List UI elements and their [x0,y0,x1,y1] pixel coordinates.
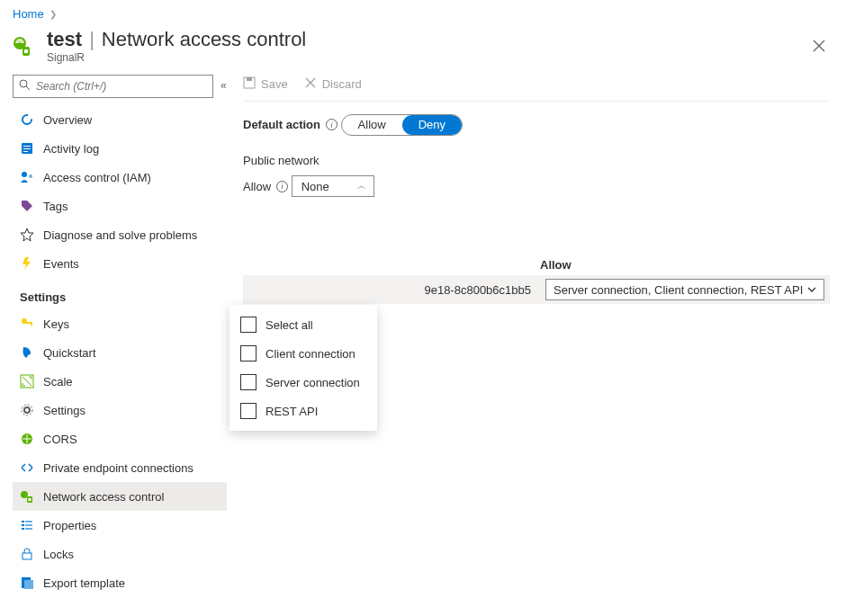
sidebar-item-private-endpoint[interactable]: Private endpoint connections [13,453,227,482]
sidebar-item-locks[interactable]: Locks [13,540,227,568]
default-action-text: Default action [243,118,320,131]
info-icon[interactable]: i [326,119,338,130]
scale-icon [20,374,34,388]
svg-rect-27 [25,528,32,530]
allow-dropdown-value: None [302,180,329,193]
svg-rect-30 [24,580,33,589]
allow-option-label: Select all [266,318,313,332]
allow-option-server-connection[interactable]: Server connection [230,368,377,397]
default-action-toggle[interactable]: Allow Deny [341,114,463,136]
sidebar-item-export-template[interactable]: Export template [13,568,227,597]
svg-rect-24 [22,524,24,526]
public-network-heading: Public network [243,154,830,167]
gear-icon [20,403,34,417]
default-action-label: Default action i [243,118,338,131]
discard-icon [304,76,317,92]
collapse-sidebar-icon[interactable]: » [220,80,227,93]
row-name: 9e18-8c800b6c1bb5 [248,283,545,297]
sidebar-item-label: Private endpoint connections [43,461,194,475]
events-icon [20,256,34,271]
discard-button[interactable]: Discard [304,76,362,92]
sidebar-item-diagnose[interactable]: Diagnose and solve problems [13,220,227,249]
svg-rect-14 [31,322,32,326]
resource-type: SignalR [47,51,306,64]
sidebar-item-label: CORS [43,433,77,446]
allow-option-rest-api[interactable]: REST API [230,397,377,425]
svg-point-11 [29,174,32,178]
sidebar-item-label: Keys [43,317,69,331]
checkbox-icon[interactable] [240,317,256,333]
svg-point-5 [22,115,32,124]
svg-point-17 [22,405,32,415]
sidebar-item-keys[interactable]: Keys [13,309,227,338]
title-block: test | Network access control SignalR [47,28,306,64]
allow-option-client-connection[interactable]: Client connection [230,339,377,368]
signalr-resource-icon [13,34,36,58]
row-allow-dropdown[interactable]: Server connection, Client connection, RE… [545,279,824,300]
save-button[interactable]: Save [243,76,288,92]
sidebar-item-label: Tags [43,200,68,213]
quickstart-icon [20,345,34,360]
checkbox-icon[interactable] [240,345,256,362]
svg-point-10 [22,172,27,177]
sidebar-item-quickstart[interactable]: Quickstart [13,338,227,367]
sidebar-search[interactable] [13,75,213,98]
col-header-allow: Allow [540,258,830,272]
close-button[interactable] [805,31,833,60]
allow-option-select-all[interactable]: Select all [230,310,377,339]
sidebar-item-activity-log[interactable]: Activity log [13,134,227,163]
tags-icon [20,199,34,213]
sidebar-item-cors[interactable]: CORS [13,424,227,453]
allow-option-label: REST API [266,405,318,418]
sidebar-item-access-control[interactable]: Access control (IAM) [13,163,227,192]
svg-point-16 [24,407,30,413]
svg-rect-23 [25,521,32,522]
network-access-icon [20,489,34,504]
svg-point-3 [20,80,27,87]
access-control-icon [20,170,34,184]
breadcrumb-home[interactable]: Home [13,7,44,21]
allow-option-label: Client connection [266,347,356,361]
sidebar-item-network-access[interactable]: Network access control [13,482,227,511]
sidebar-item-label: Overview [43,113,92,127]
sidebar: » Overview Activity log Access control (… [0,69,227,616]
sidebar-item-tags[interactable]: Tags [13,192,227,220]
allow-dropdown-panel: Select all Client connection Server conn… [230,305,377,431]
table-row: 9e18-8c800b6c1bb5 Server connection, Cli… [243,275,830,304]
search-input[interactable] [36,80,207,93]
export-template-icon [20,576,34,590]
checkbox-icon[interactable] [240,374,256,390]
sidebar-item-label: Activity log [43,142,99,156]
svg-line-4 [26,86,30,90]
checkbox-icon[interactable] [240,403,256,419]
sidebar-item-label: Access control (IAM) [43,171,151,184]
sidebar-item-label: Events [43,257,79,271]
svg-rect-9 [23,151,28,152]
toggle-allow[interactable]: Allow [342,115,402,135]
allow-text: Allow [243,180,271,193]
svg-rect-26 [22,528,24,530]
svg-rect-2 [24,49,28,53]
sidebar-item-scale[interactable]: Scale [13,367,227,396]
main-content: Save Discard Default action i Allow Deny… [227,69,846,616]
allow-label: Allow i [243,180,288,193]
allow-option-label: Server connection [266,376,360,389]
save-icon [243,76,256,92]
sidebar-item-label: Quickstart [43,346,96,360]
sidebar-item-properties[interactable]: Properties [13,511,227,540]
info-icon[interactable]: i [276,181,288,192]
allow-dropdown[interactable]: None ︿ [292,175,374,197]
table-header: Allow [243,254,830,275]
toolbar: Save Discard [243,75,830,102]
sidebar-item-overview[interactable]: Overview [13,105,227,134]
sidebar-item-events[interactable]: Events [13,249,227,278]
breadcrumb: Home ❯ [0,0,846,24]
sidebar-item-label: Network access control [43,490,164,504]
chevron-up-icon: ︿ [357,180,366,192]
diagnose-icon [20,228,34,242]
resource-name: test [47,28,82,51]
toggle-deny[interactable]: Deny [402,115,462,135]
svg-rect-7 [23,146,31,147]
sidebar-item-settings[interactable]: Settings [13,396,227,424]
svg-rect-22 [22,521,24,522]
